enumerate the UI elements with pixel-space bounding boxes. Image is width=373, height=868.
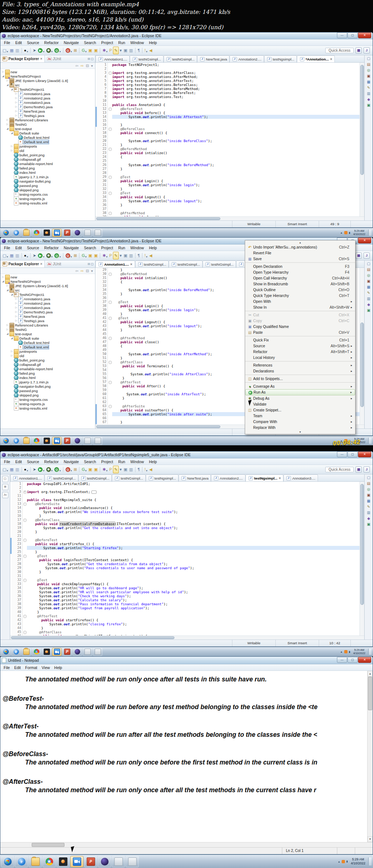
tray-app-icon[interactable] [344,231,348,234]
view-shortcut-icon[interactable]: ▣ [367,493,370,497]
tree-item[interactable]: ▷ junitreports [0,144,95,148]
perspective-grid-icon[interactable]: ▦ [356,253,362,259]
java-perspective-icon[interactable]: J [364,253,370,259]
tree-item[interactable]: ◢ src [0,288,95,292]
context-menu-item[interactable]: Declarations [245,368,355,375]
taskbar-icon[interactable] [93,648,102,656]
menu-item[interactable]: File [1,246,13,250]
taskbar-icon[interactable]: P [62,437,72,445]
collapse-all-icon[interactable]: ⊟ [86,269,89,273]
close-button[interactable]: ✕ [358,657,371,663]
tree-item[interactable]: failed.png [0,371,95,375]
view-shortcut-icon[interactable]: ▢ [367,262,370,266]
tree-item[interactable]: jquery-1.7.1.min.js [0,175,95,179]
context-menu-item[interactable]: Quick Outline Ctrl+O [245,287,355,293]
tab-package-explorer[interactable]: Package Explorer✕ [0,55,45,62]
code-area[interactable]: 1 package TestNGProject1; 2 [95,63,360,216]
editor-tab[interactable]: Annotation1....✕ [95,55,130,62]
tree-expand-arrow[interactable]: ▷ [10,350,13,353]
tree-item[interactable]: ▷ Annotation3.java [0,305,95,310]
tree-item[interactable]: testng-reports.css [0,397,95,402]
tree-item[interactable]: ▷ TestNG [0,122,95,126]
context-menu-item[interactable]: Local History [245,355,355,361]
tray-network-icon[interactable]: ▮ [349,231,350,234]
tree-expand-arrow[interactable]: ▷ [6,324,9,327]
menu-item[interactable]: Search [81,460,98,464]
toolbar-icon[interactable]: ▶ [37,466,45,473]
collapsed-view-icon[interactable]: ▢ [2,476,8,482]
maximize-button[interactable]: ▢ [348,657,358,663]
tree-item[interactable]: ▷ Annotation1.java [0,91,95,96]
menu-item[interactable]: Help [146,40,160,45]
toolbar-icon[interactable]: ¶ [137,47,141,54]
taskbar-icon[interactable] [21,437,31,445]
toolbar-icon[interactable]: ✱ [102,252,108,259]
toolbar-icon[interactable]: ▾ [119,47,123,54]
context-menu-item[interactable]: Validate [245,401,355,407]
tree-item[interactable]: passed.png [0,183,95,188]
taskbar-icon[interactable]: e [15,856,28,867]
view-shortcut-icon[interactable]: ◎ [367,68,370,73]
code-editor[interactable]: Annotation1....✕testNGsimpl...✕testNGsim… [10,474,364,640]
menu-item[interactable]: File [1,40,13,45]
view-shortcut-icon[interactable]: ◎ [367,273,370,278]
tab-close-icon[interactable]: ✕ [279,477,281,480]
title-bar[interactable]: eclipse-workspace - ArtifactIdP1/src/tes… [0,451,373,458]
menu-item[interactable]: Run [115,40,127,45]
view-shortcut-icon[interactable]: ✎ [367,291,370,295]
text-area[interactable]: The annotated method will be run only on… [0,671,367,842]
toolbar-icon[interactable]: ● [23,252,29,259]
toolbar-icon[interactable]: P [109,47,113,54]
tree-expand-arrow[interactable]: ▷ [15,110,18,113]
view-shortcut-icon[interactable]: ◆ [367,97,370,102]
context-menu-item[interactable]: Open Type Hierarchy F4 [245,269,355,275]
toolbar-icon[interactable]: ● [23,466,29,473]
tree-expand-arrow[interactable]: ▷ [10,145,13,148]
taskbar-icon[interactable] [126,856,139,867]
minimize-button[interactable]: — [337,451,347,457]
view-shortcut-icon[interactable]: ✎ [367,505,370,509]
toolbar-icon[interactable]: ▢ [2,466,9,473]
tree-expand-arrow[interactable]: ▷ [15,92,18,95]
taskbar-clock[interactable]: 5:29 AM4/10/2022 [349,857,367,865]
view-shortcut-icon[interactable]: ▥ [367,91,370,96]
editor-vertical-scrollbar[interactable] [360,268,364,425]
toolbar-icon[interactable]: ▣ [123,466,128,473]
editor-tab[interactable]: testNGsimpl...✕ [135,261,169,267]
toolbar-icon[interactable]: ✱ [102,466,108,473]
context-menu-item[interactable]: Save Ctrl+S [245,256,355,263]
toolbar-icon[interactable]: ✱ [102,47,108,54]
perspective-grid-icon[interactable]: ▦ [356,47,362,54]
tree-item[interactable]: ▷ JRE System Library [JavaSE-1.8] [0,284,95,288]
taskbar-icon[interactable] [72,229,82,237]
tree-expand-arrow[interactable]: ▷ [15,302,18,305]
toolbar-icon[interactable]: ▣ [87,47,93,54]
menu-scroll-down-icon[interactable]: ▼ [245,430,355,434]
taskbar-icon[interactable] [42,648,51,656]
back-arrow-icon[interactable]: ⇦ [75,269,78,273]
editor-tab[interactable]: Annotation3....✕ [283,474,318,481]
taskbar-icon[interactable] [83,648,92,656]
editor-tab[interactable]: Annotation2....✕ [211,474,245,481]
tray-app-icon[interactable] [342,860,345,863]
tree-expand-arrow[interactable]: ▷ [6,79,9,82]
toolbar-icon[interactable]: ▥ [15,47,20,54]
tree-item[interactable]: ▷ junitreports [0,349,95,353]
tree-item[interactable]: Default test.xml [0,140,95,144]
view-minmax-buttons[interactable]: ⊟ ▢ [88,57,95,60]
toolbar-icon[interactable]: ▥ [15,252,20,259]
tree-expand-arrow[interactable]: ◢ [10,88,13,91]
tree-item[interactable]: skipped.png [0,393,95,397]
menu-item[interactable]: View [39,665,52,670]
tree-item[interactable]: Default test.html [0,135,95,140]
view-shortcut-icon[interactable]: ▤ [367,267,370,272]
tree-item[interactable]: ▷ Referenced Libraries [0,118,95,122]
tree-item[interactable]: index.html [0,375,95,380]
tree-item[interactable]: navigator-bullet.png [0,384,95,388]
context-menu-item[interactable]: Show In Alt+Shift+W [245,304,355,311]
tree-item[interactable]: ◢ TestNGProject1 [0,87,95,91]
toolbar-icon[interactable]: ▣ [93,47,98,54]
context-menu-item[interactable]: Coverage As [245,383,355,389]
editor-tab[interactable]: testNGsimpl...✕ [164,55,197,62]
toolbar-icon[interactable]: ▢ [2,47,9,54]
